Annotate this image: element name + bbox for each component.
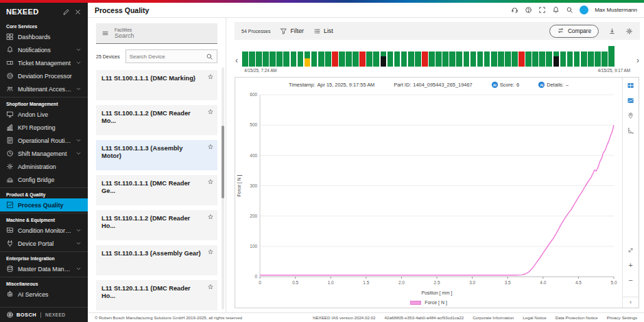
process-tile-14-nok[interactable] <box>332 51 338 67</box>
compare-button[interactable]: Compare <box>549 25 599 38</box>
sidebar-item-device-portal[interactable]: Device Portal <box>0 237 88 250</box>
process-tile-9-ok[interactable] <box>298 51 304 67</box>
zoom-in-button[interactable]: + <box>628 262 632 269</box>
support-icon[interactable] <box>511 6 518 14</box>
footer-link-data-protection-notice[interactable]: Data Protection Notice <box>556 315 598 320</box>
process-tile-16-ok[interactable] <box>346 51 352 67</box>
sidebar-item-multitenant-access-control[interactable]: Multitenant Access Control <box>0 82 88 95</box>
device-card[interactable]: L11 St.100.1.1.3 (Assembly Motor) <box>96 140 217 170</box>
process-tile-45-ok[interactable] <box>546 51 552 67</box>
edit-icon[interactable] <box>62 8 70 16</box>
process-tile-6-ok[interactable] <box>276 51 283 67</box>
sidebar-item-dashboards[interactable]: Dashboards <box>0 30 88 43</box>
sidebar-item-condition-monitoring[interactable]: Condition Monitoring <box>0 224 88 237</box>
force-position-chart[interactable]: 010020030040050060000.51.01.52.02.53.03.… <box>235 88 622 297</box>
facilities-search-input[interactable] <box>115 32 212 39</box>
process-tile-20-ok[interactable] <box>373 51 379 67</box>
device-card[interactable]: L11 St.110.1.1.1 (DMC Reader Ge... <box>96 175 217 205</box>
process-tile-13-ok[interactable] <box>325 51 331 67</box>
strip-prev-button[interactable]: ‹ <box>235 56 239 67</box>
process-tile-34-ok[interactable] <box>470 51 477 67</box>
favorite-star-icon[interactable] <box>207 284 214 290</box>
process-tile-4-ok[interactable] <box>263 51 269 67</box>
device-card[interactable]: L11 St.100.1.1.1 (DMC Marking) <box>96 70 217 100</box>
help-icon[interactable] <box>525 6 532 14</box>
favorite-star-icon[interactable] <box>207 73 214 80</box>
axes-icon[interactable] <box>627 127 634 135</box>
device-search[interactable] <box>126 49 217 63</box>
process-tile-40-ok[interactable] <box>512 51 518 67</box>
sidebar-item-deviation-processor[interactable]: Deviation Processor <box>0 69 88 82</box>
process-tile-10-warning[interactable] <box>305 51 311 67</box>
favorite-star-icon[interactable] <box>207 214 214 220</box>
process-tile-41-nok[interactable] <box>518 51 525 67</box>
footer-link-privacy-settings[interactable]: Privacy Settings <box>607 315 637 320</box>
process-tile-52-ok[interactable] <box>595 51 601 67</box>
settings-icon[interactable] <box>625 27 633 35</box>
process-tile-50-ok[interactable] <box>581 51 587 67</box>
favorite-star-icon[interactable] <box>207 143 214 150</box>
device-search-input[interactable] <box>130 54 203 60</box>
facilities-menu-icon[interactable] <box>102 27 109 40</box>
sidebar-item-ticket-management[interactable]: Ticket Management <box>0 56 88 69</box>
process-tile-1-ok[interactable] <box>242 51 248 67</box>
sidebar-item-process-quality[interactable]: Process Quality <box>0 198 88 211</box>
notifications-icon[interactable] <box>552 6 560 14</box>
process-tile-49-ok[interactable] <box>574 51 580 67</box>
process-tile-28-ok[interactable] <box>429 51 435 67</box>
process-tile-2-ok[interactable] <box>249 51 255 67</box>
process-tile-37-ok[interactable] <box>491 51 497 67</box>
process-tile-51-ok[interactable] <box>588 51 594 67</box>
process-tile-7-ok[interactable] <box>283 51 289 67</box>
chevron-down-icon[interactable] <box>75 266 82 272</box>
device-list-scrollbar[interactable] <box>222 67 224 310</box>
device-search-icon[interactable] <box>206 53 213 60</box>
process-tile-35-ok[interactable] <box>477 51 484 67</box>
sidebar-item-administration[interactable]: Administration <box>0 160 88 173</box>
process-tile-15-ok[interactable] <box>339 51 345 67</box>
footer-link-corporate-information[interactable]: Corporate Information <box>473 315 514 320</box>
process-tile-39-ok[interactable] <box>505 51 511 67</box>
favorite-star-icon[interactable] <box>207 108 214 115</box>
process-tile-30-ok[interactable] <box>442 51 449 67</box>
chevron-down-icon[interactable] <box>75 240 82 246</box>
process-tile-19-ok[interactable] <box>366 51 372 67</box>
process-tile-27-nok[interactable] <box>422 51 428 67</box>
chevron-down-icon[interactable] <box>75 47 82 53</box>
process-tile-3-ok[interactable] <box>256 51 262 67</box>
process-tile-33-ok[interactable] <box>464 51 470 67</box>
strip-next-button[interactable]: › <box>636 56 640 67</box>
chevron-down-icon[interactable] <box>75 86 82 92</box>
device-card[interactable]: L11 St.110.1.1.3 (Assembly Gear) <box>96 245 217 275</box>
process-tile-26-ok[interactable] <box>415 51 421 67</box>
scrollbar-thumb[interactable] <box>222 126 224 198</box>
chevron-down-icon[interactable] <box>75 137 82 143</box>
sidebar-item-ai-services[interactable]: AI Services <box>0 288 88 301</box>
chart-view-icon[interactable] <box>627 97 634 104</box>
process-tile-31-ok[interactable] <box>449 51 455 67</box>
process-tile-18-nok[interactable] <box>359 51 366 67</box>
search-icon[interactable] <box>566 6 573 14</box>
list-button[interactable]: List <box>313 27 333 35</box>
download-icon[interactable] <box>608 27 616 35</box>
device-card[interactable]: L11 St.110.1.1.2 (DMC Reader Ho... <box>96 210 217 240</box>
process-tile-46-aborted[interactable] <box>553 51 560 67</box>
process-tile-12-ok[interactable] <box>318 51 324 67</box>
zoom-out-button[interactable]: − <box>628 277 632 284</box>
fullscreen-icon[interactable] <box>538 6 546 14</box>
process-tile-54-selected[interactable] <box>608 46 615 67</box>
collapse-panel-button[interactable]: ‹ <box>623 297 639 308</box>
pin-icon[interactable] <box>627 112 634 119</box>
process-tile-48-ok[interactable] <box>567 51 573 67</box>
sidebar-item-operational-routines[interactable]: Operational Routines <box>0 134 88 147</box>
chevron-down-icon[interactable] <box>75 227 82 233</box>
process-tile-53-ok[interactable] <box>601 51 608 67</box>
favorite-star-icon[interactable] <box>207 249 214 255</box>
chevron-down-icon[interactable] <box>75 150 82 157</box>
device-card[interactable]: L11 St.120.1.1.1 (DMC Reader Ho... <box>96 280 217 310</box>
process-tile-36-ok[interactable] <box>484 51 490 67</box>
process-tile-38-ok[interactable] <box>498 51 504 67</box>
process-tile-42-ok[interactable] <box>525 51 532 67</box>
process-tile-47-ok[interactable] <box>560 51 567 67</box>
process-tile-22-ok[interactable] <box>387 51 394 67</box>
